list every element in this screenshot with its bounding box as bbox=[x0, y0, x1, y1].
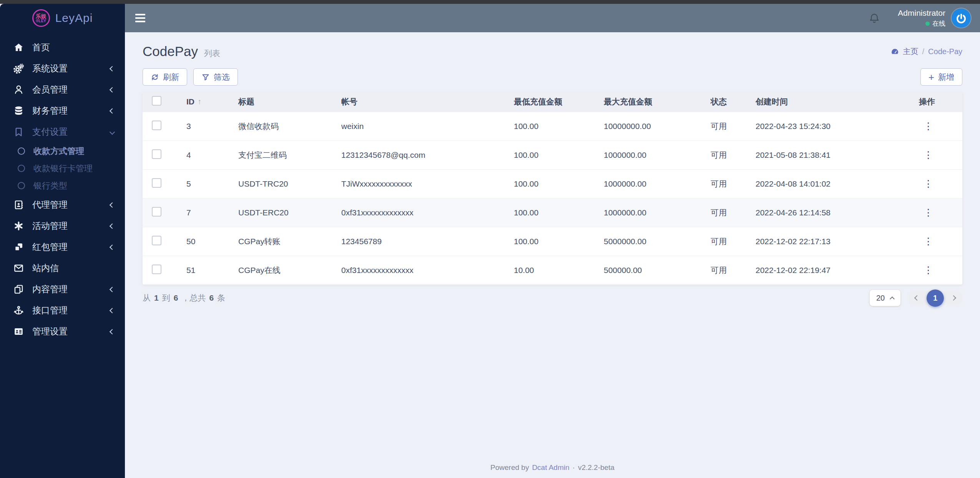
user-name: Administrator bbox=[898, 8, 945, 18]
row-actions-button[interactable]: ⋮ bbox=[919, 176, 938, 192]
cell-id: 7 bbox=[186, 198, 238, 227]
filter-button[interactable]: 筛选 bbox=[193, 68, 238, 86]
cell-min-amount: 100.00 bbox=[514, 141, 604, 169]
sidebar-item-redpacket-management[interactable]: 红包管理 bbox=[0, 237, 125, 258]
row-checkbox[interactable] bbox=[152, 149, 161, 159]
add-label: 新增 bbox=[938, 72, 954, 83]
select-all-checkbox[interactable] bbox=[152, 96, 161, 106]
sidebar-item-member-management[interactable]: 会员管理 bbox=[0, 79, 125, 100]
burst-icon bbox=[12, 221, 25, 231]
cell-max-amount: 1000000.00 bbox=[604, 198, 711, 227]
breadcrumb: 主页 / Code-Pay bbox=[890, 46, 963, 57]
brand[interactable]: 乐娱 ®LEY LeyApi bbox=[0, 4, 125, 32]
cell-min-amount: 100.00 bbox=[514, 198, 604, 227]
bookmark-icon bbox=[12, 127, 25, 137]
prev-page-button[interactable] bbox=[914, 295, 920, 301]
sidebar-item-api-management[interactable]: 接口管理 bbox=[0, 300, 125, 321]
row-actions-button[interactable]: ⋮ bbox=[919, 118, 938, 134]
row-checkbox[interactable] bbox=[152, 236, 161, 245]
notifications-bell-icon[interactable] bbox=[869, 12, 880, 24]
user-icon bbox=[12, 84, 25, 95]
sidebar-item-agent-management[interactable]: 代理管理 bbox=[0, 194, 125, 215]
table-toolbar: 刷新 筛选 + 新增 bbox=[143, 68, 962, 86]
chevron-left-icon bbox=[110, 223, 115, 228]
chevron-left-icon bbox=[110, 202, 115, 207]
sidebar-item-activity-management[interactable]: 活动管理 bbox=[0, 215, 125, 237]
main-area: Administrator 在线 CodePay 列表 bbox=[125, 4, 980, 478]
circle-bullet-icon bbox=[18, 147, 25, 155]
sidebar-item-label: 内容管理 bbox=[32, 283, 110, 295]
envelope-icon bbox=[12, 263, 25, 273]
chevron-left-icon bbox=[110, 308, 115, 313]
copy-icon bbox=[12, 284, 25, 294]
sidebar-item-finance-management[interactable]: 财务管理 bbox=[0, 100, 125, 121]
row-actions-button[interactable]: ⋮ bbox=[919, 205, 938, 220]
chevron-left-icon bbox=[110, 87, 115, 92]
row-actions-button[interactable]: ⋮ bbox=[919, 233, 938, 249]
pagination-summary: 从 1 到 6 ，总共 6 条 bbox=[143, 293, 225, 303]
sidebar: 乐娱 ®LEY LeyApi 首页 系统设置 bbox=[0, 4, 125, 478]
user-avatar[interactable] bbox=[952, 8, 971, 28]
current-page-button[interactable]: 1 bbox=[927, 289, 944, 307]
breadcrumb-current: Code-Pay bbox=[928, 47, 962, 56]
add-button[interactable]: + 新增 bbox=[920, 68, 962, 86]
cell-id: 5 bbox=[186, 169, 238, 198]
cell-status: 可用 bbox=[711, 141, 756, 169]
cell-id: 4 bbox=[186, 141, 238, 169]
chevron-up-icon bbox=[890, 296, 895, 301]
cell-status: 可用 bbox=[711, 169, 756, 198]
dcat-admin-link[interactable]: Dcat Admin bbox=[532, 463, 569, 472]
dashboard-icon bbox=[890, 47, 899, 56]
sidebar-item-payment-settings[interactable]: 支付设置 bbox=[0, 121, 125, 142]
row-actions-button[interactable]: ⋮ bbox=[919, 262, 938, 278]
brand-badge-line2: ®LEY bbox=[36, 19, 46, 23]
refresh-icon bbox=[151, 73, 159, 81]
column-header-id[interactable]: ID ↑ bbox=[186, 92, 238, 112]
sidebar-item-bank-cards[interactable]: 收款银行卡管理 bbox=[0, 160, 125, 177]
sidebar-item-payment-methods[interactable]: 收款方式管理 bbox=[0, 142, 125, 160]
table-header-row: ID ↑ 标题 帐号 最低充值金额 最大充值金额 状态 创建时间 操作 bbox=[143, 92, 962, 112]
breadcrumb-home-link[interactable]: 主页 bbox=[903, 46, 919, 57]
sidebar-toggle-button[interactable] bbox=[135, 14, 145, 22]
cell-status: 可用 bbox=[711, 256, 756, 284]
chevron-left-icon bbox=[110, 286, 115, 292]
row-checkbox[interactable] bbox=[152, 207, 161, 217]
next-page-button[interactable] bbox=[951, 295, 956, 301]
sidebar-item-site-messages[interactable]: 站内信 bbox=[0, 258, 125, 279]
sidebar-item-content-management[interactable]: 内容管理 bbox=[0, 279, 125, 300]
row-checkbox[interactable] bbox=[152, 265, 161, 274]
column-header-actions: 操作 bbox=[919, 92, 962, 112]
sidebar-item-bank-types[interactable]: 银行类型 bbox=[0, 177, 125, 194]
home-icon bbox=[12, 42, 25, 53]
summary-text: 从 bbox=[143, 293, 151, 303]
summary-to: 6 bbox=[174, 293, 178, 303]
cell-title: CGPay在线 bbox=[238, 256, 341, 284]
cell-status: 可用 bbox=[711, 227, 756, 256]
page-content: CodePay 列表 主页 / Code-Pay bbox=[125, 32, 980, 478]
sort-asc-icon[interactable]: ↑ bbox=[198, 97, 201, 106]
footer-version: v2.2.2-beta bbox=[578, 463, 615, 472]
footer: Powered by Dcat Admin · v2.2.2-beta bbox=[143, 463, 962, 478]
row-checkbox[interactable] bbox=[152, 178, 161, 188]
sidebar-item-home[interactable]: 首页 bbox=[0, 37, 125, 58]
per-page-select[interactable]: 20 bbox=[870, 290, 900, 306]
sidebar-item-label: 系统设置 bbox=[32, 63, 110, 74]
row-checkbox[interactable] bbox=[152, 121, 161, 130]
refresh-button[interactable]: 刷新 bbox=[143, 68, 187, 86]
pagination-row: 从 1 到 6 ，总共 6 条 20 1 bbox=[143, 290, 962, 306]
table-row: 5 USDT-TRC20 TJiWxxxxxxxxxxxxx 100.00 10… bbox=[143, 169, 962, 198]
column-header-title: 标题 bbox=[238, 92, 341, 112]
sidebar-item-system-settings[interactable]: 系统设置 bbox=[0, 58, 125, 79]
cell-created-at: 2022-04-23 15:24:30 bbox=[756, 112, 919, 141]
footer-powered-by: Powered by bbox=[490, 463, 529, 472]
summary-from: 1 bbox=[154, 293, 159, 303]
row-actions-button[interactable]: ⋮ bbox=[919, 147, 938, 163]
user-menu[interactable]: Administrator 在线 bbox=[898, 8, 945, 28]
sidebar-item-admin-settings[interactable]: 管理设置 bbox=[0, 321, 125, 342]
cogs-icon bbox=[12, 63, 25, 74]
cell-max-amount: 5000000.00 bbox=[604, 227, 711, 256]
cell-created-at: 2022-12-02 22:17:13 bbox=[756, 227, 919, 256]
page-title: CodePay bbox=[143, 44, 198, 59]
cell-max-amount: 500000.00 bbox=[604, 256, 711, 284]
sidebar-subitem-label: 银行类型 bbox=[33, 180, 67, 192]
